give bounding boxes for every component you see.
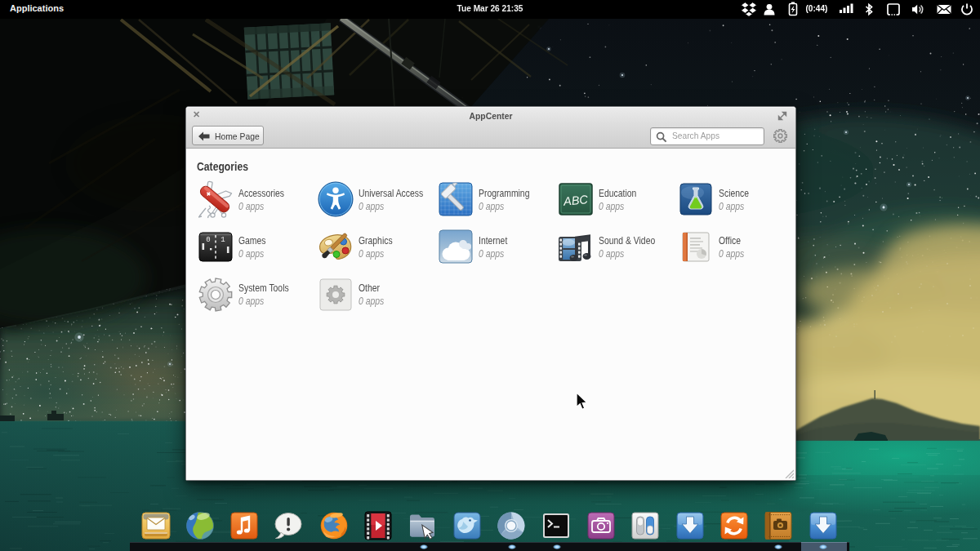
svg-text:0: 0 [206, 236, 210, 244]
svg-text:1: 1 [220, 236, 225, 244]
svg-text:ABC: ABC [562, 193, 589, 208]
